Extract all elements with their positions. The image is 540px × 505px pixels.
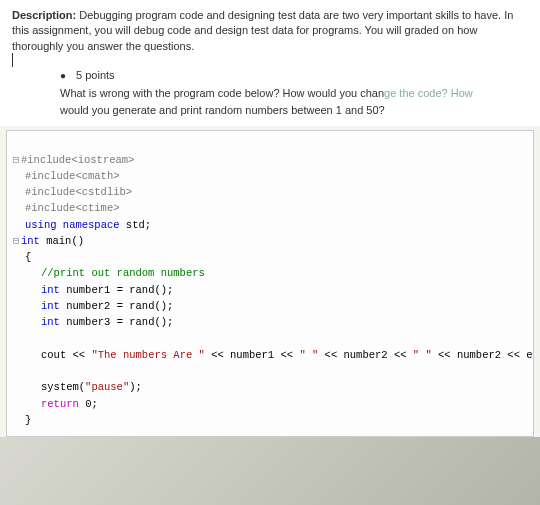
fold-minus-icon[interactable]: ⊟	[13, 233, 21, 249]
code-line: int main()	[21, 235, 84, 247]
description-text: Debugging program code and designing tes…	[12, 9, 513, 52]
description-label: Description:	[12, 9, 76, 21]
fold-minus-icon[interactable]: ⊟	[13, 152, 21, 168]
code-line: return 0;	[13, 398, 98, 410]
code-line: #include<cstdlib>	[13, 186, 132, 198]
question-text-line-1: What is wrong with the program code belo…	[60, 86, 520, 101]
bullet-icon: ●	[60, 69, 66, 83]
blank-line	[13, 333, 19, 345]
code-line: int number1 = rand();	[13, 284, 173, 296]
code-line: using namespace std;	[13, 219, 151, 231]
code-line: cout << "The numbers Are " << number1 <<…	[13, 349, 534, 361]
code-line: #include<iostream>	[21, 154, 134, 166]
code-editor[interactable]: ⊟#include<iostream> #include<cmath> #inc…	[6, 130, 534, 437]
blank-line	[13, 365, 19, 377]
points-label: 5 points	[76, 68, 115, 83]
code-line: //print out random numbers	[13, 267, 205, 279]
code-line: system("pause");	[13, 381, 142, 393]
code-line: {	[13, 251, 31, 263]
code-line: #include<cmath>	[13, 170, 120, 182]
code-line: }	[13, 414, 31, 426]
code-line: int number3 = rand();	[13, 316, 173, 328]
text-cursor	[12, 53, 13, 67]
code-line: int number2 = rand();	[13, 300, 173, 312]
desktop-area: ◢◣	[0, 437, 540, 505]
code-line: #include<ctime>	[13, 202, 120, 214]
assignment-page: Description: Debugging program code and …	[0, 0, 540, 126]
question-text-line-2: would you generate and print random numb…	[60, 103, 520, 118]
question-block: ● 5 points What is wrong with the progra…	[60, 68, 528, 118]
description-block: Description: Debugging program code and …	[12, 8, 528, 54]
